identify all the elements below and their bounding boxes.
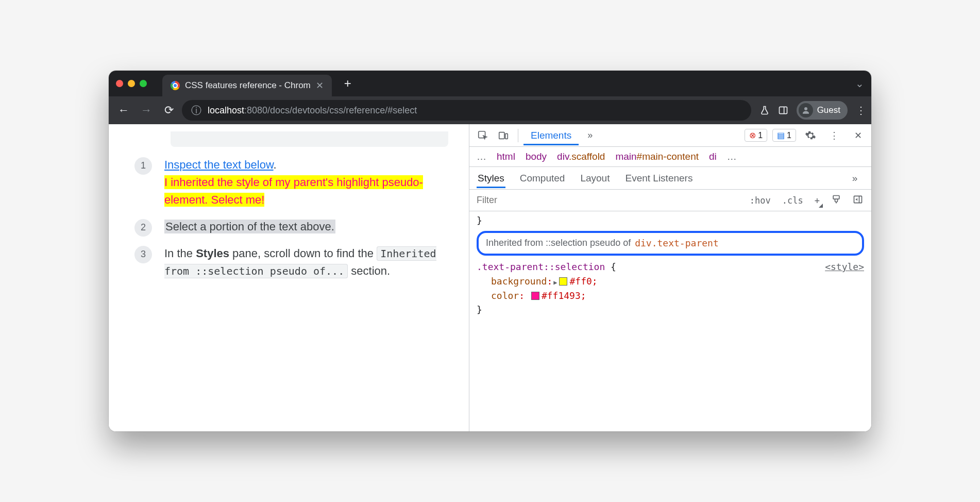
step2-text: Select a portion of the text above. <box>164 220 335 233</box>
tab-close-icon[interactable]: ✕ <box>316 80 324 91</box>
step-3: In the Styles pane, scroll down to find … <box>134 245 448 280</box>
devtools-panel: Elements » ⊗1 ▤1 ⋮ ✕ … html body div.sca… <box>469 124 871 431</box>
profile-guest-button[interactable]: Guest <box>797 101 848 120</box>
inspect-element-icon[interactable] <box>474 126 492 145</box>
url-path: /docs/devtools/css/reference/#select <box>267 105 417 115</box>
rule-selector-wrap[interactable]: .text-parent::selection { <box>477 260 616 274</box>
labs-icon[interactable] <box>759 105 770 115</box>
kebab-icon[interactable]: ⋮ <box>825 126 843 145</box>
guest-label: Guest <box>817 105 840 115</box>
step-1: Inspect the text below. I inherited the … <box>134 156 448 209</box>
tab-computed[interactable]: Computed <box>519 169 566 188</box>
devtools-tabbar: Elements » ⊗1 ▤1 ⋮ ✕ <box>469 124 871 147</box>
more-tabs-icon[interactable]: » <box>581 126 599 145</box>
prop-color-value: #ff1493 <box>542 290 581 301</box>
content-area: Inspect the text below. I inherited the … <box>109 124 871 431</box>
cls-toggle[interactable]: .cls <box>780 194 805 207</box>
steps-list: Inspect the text below. I inherited the … <box>134 156 448 280</box>
separator <box>518 129 518 142</box>
tab-layout[interactable]: Layout <box>579 169 611 188</box>
inherited-from-header[interactable]: Inherited from ::selection pseudo of div… <box>477 231 864 256</box>
svg-rect-7 <box>854 196 862 203</box>
step3-pre: In the <box>164 247 196 260</box>
page-banner <box>171 131 448 147</box>
bc-scaffold[interactable]: div.scaffold <box>557 151 605 162</box>
bc-ellipsis-right[interactable]: … <box>727 151 737 162</box>
prop-background[interactable]: background:▶#ff0; <box>491 274 864 289</box>
rule-selector-line: .text-parent::selection { <style> <box>477 260 864 274</box>
expand-icon[interactable]: ▶ <box>553 279 557 286</box>
rule-selector: .text-parent::selection <box>477 261 605 272</box>
page-content: Inspect the text below. I inherited the … <box>109 124 469 431</box>
inspect-link[interactable]: Inspect the text below <box>164 158 274 171</box>
inherited-text: Inherited from ::selection pseudo of <box>486 236 631 250</box>
styles-filter-input[interactable] <box>469 195 741 206</box>
styles-body: } Inherited from ::selection pseudo of d… <box>469 211 871 327</box>
tabs-chevron-icon[interactable]: ⌄ <box>855 78 864 89</box>
messages-badge[interactable]: ▤1 <box>772 129 796 142</box>
styles-filter-row: :hov .cls + <box>469 190 871 211</box>
url-host: localhost <box>208 105 244 115</box>
toolbar: ← → ⟳ ⓘ localhost:8080/docs/devtools/css… <box>109 96 871 124</box>
device-toolbar-icon[interactable] <box>494 126 513 145</box>
prop-bg-name: background <box>491 276 547 287</box>
step3-mid: pane, scroll down to find the <box>229 247 377 260</box>
new-tab-button[interactable]: + <box>344 76 351 91</box>
back-button[interactable]: ← <box>114 101 133 120</box>
bc-main[interactable]: main#main-content <box>615 151 699 162</box>
rule-source-link[interactable]: <style> <box>825 260 864 274</box>
prop-bg-value: #ff0 <box>569 276 592 287</box>
svg-rect-6 <box>833 195 839 199</box>
error-count: 1 <box>758 131 763 140</box>
bc-ellipsis-left[interactable]: … <box>477 151 486 162</box>
errors-badge[interactable]: ⊗1 <box>745 129 767 142</box>
reload-button[interactable]: ⟳ <box>159 101 179 120</box>
browser-window: CSS features reference - Chrom ✕ + ⌄ ← →… <box>109 71 871 431</box>
bc-html[interactable]: html <box>497 151 515 162</box>
omnibox[interactable]: ⓘ localhost:8080/docs/devtools/css/refer… <box>182 100 751 121</box>
bg-swatch-icon[interactable] <box>559 277 567 286</box>
prop-color-name: color <box>491 290 519 301</box>
styles-more-icon[interactable]: » <box>846 169 864 188</box>
minimize-window-button[interactable] <box>128 80 135 87</box>
highlighted-text[interactable]: I inherited the style of my parent's hig… <box>164 175 423 207</box>
step-2: Select a portion of the text above. <box>134 218 448 236</box>
browser-tab[interactable]: CSS features reference - Chrom ✕ <box>162 75 332 96</box>
avatar-icon <box>799 103 813 118</box>
hov-toggle[interactable]: :hov <box>748 194 773 207</box>
tab-styles[interactable]: Styles <box>477 169 505 188</box>
tab-title: CSS features reference - Chrom <box>185 80 311 91</box>
settings-icon[interactable] <box>801 126 820 145</box>
filter-tools: :hov .cls + <box>741 193 871 208</box>
devtools-right: ⊗1 ▤1 ⋮ ✕ <box>745 126 867 145</box>
sidebar-toggle-icon[interactable] <box>851 193 865 208</box>
url-port: :8080 <box>244 105 267 115</box>
maximize-window-button[interactable] <box>140 80 147 87</box>
titlebar: CSS features reference - Chrom ✕ + ⌄ <box>109 71 871 96</box>
svg-rect-5 <box>505 133 508 139</box>
step3-post: section. <box>348 264 390 277</box>
chrome-favicon-icon <box>171 81 180 90</box>
close-window-button[interactable] <box>116 80 123 87</box>
color-swatch-icon[interactable] <box>531 292 539 300</box>
close-devtools-icon[interactable]: ✕ <box>849 126 867 145</box>
svg-rect-4 <box>499 132 504 139</box>
bc-di[interactable]: di <box>709 151 717 162</box>
traffic-lights <box>116 80 147 87</box>
panel-icon[interactable] <box>778 105 788 115</box>
message-icon: ▤ <box>777 130 785 140</box>
step1-dot: . <box>274 158 277 171</box>
titlebar-right: ⌄ <box>855 77 864 90</box>
bc-body[interactable]: body <box>526 151 547 162</box>
site-info-icon[interactable]: ⓘ <box>191 104 201 118</box>
forward-button[interactable]: → <box>137 101 156 120</box>
tab-event-listeners[interactable]: Event Listeners <box>624 169 694 188</box>
inherited-selector: div.text-parent <box>635 236 719 250</box>
paintbrush-icon[interactable] <box>829 193 843 208</box>
step3-bold: Styles <box>196 247 229 260</box>
tab-elements[interactable]: Elements <box>523 126 579 145</box>
new-rule-icon[interactable]: + <box>813 194 822 207</box>
menu-icon[interactable]: ⋮ <box>856 104 866 116</box>
svg-rect-0 <box>779 107 787 113</box>
prop-color[interactable]: color: #ff1493; <box>491 289 864 303</box>
